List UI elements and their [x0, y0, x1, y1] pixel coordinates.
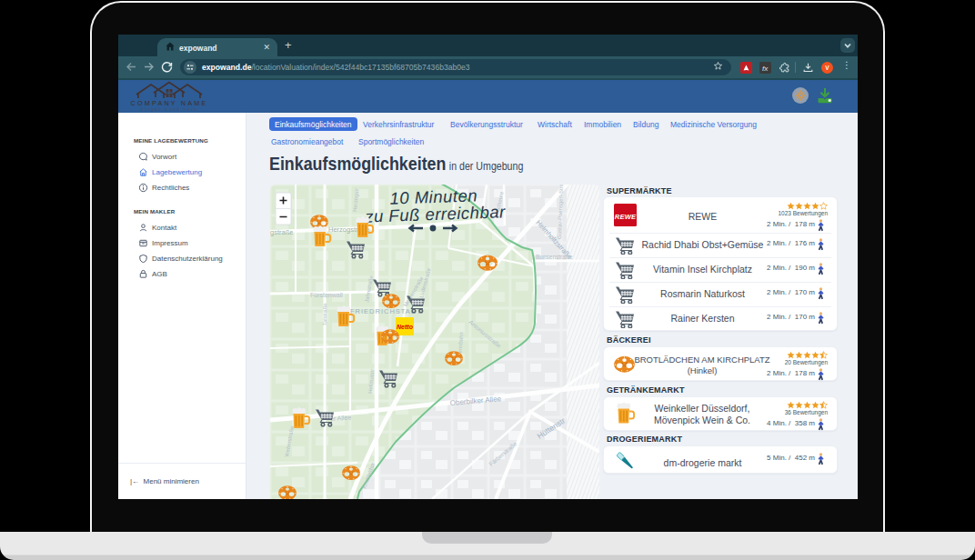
svg-text:COMPANY NAME: COMPANY NAME — [131, 99, 208, 107]
svg-text:gstraße: gstraße — [270, 228, 293, 236]
svg-text:Netto: Netto — [397, 324, 414, 330]
svg-text:V: V — [825, 65, 829, 71]
svg-text:Slogan Goes Here: Slogan Goes Here — [140, 107, 197, 112]
svg-text:REWE: REWE — [615, 213, 637, 221]
svg-text:Bunsenstraße: Bunsenstraße — [536, 254, 573, 260]
svg-text:Fürstenwall: Fürstenwall — [310, 292, 343, 298]
svg-text:Talstraße: Talstraße — [322, 303, 327, 325]
svg-text:fx: fx — [762, 65, 769, 73]
